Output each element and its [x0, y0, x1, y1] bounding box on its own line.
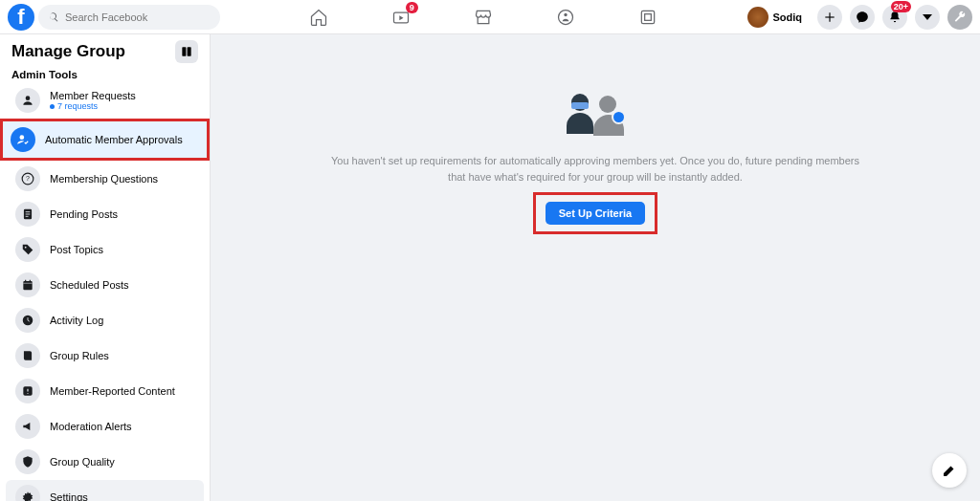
groups-icon [556, 8, 575, 27]
svg-rect-6 [188, 47, 191, 55]
search-icon [48, 11, 59, 23]
search-container[interactable] [38, 5, 220, 30]
create-button[interactable] [817, 5, 842, 30]
nav-watch[interactable]: 9 [388, 4, 414, 31]
body: Manage Group Admin Tools Member Requests… [0, 34, 980, 501]
question-icon: ? [15, 166, 40, 191]
clock-icon [15, 308, 40, 333]
nav-center: 9 [220, 4, 746, 31]
notifications-badge: 20+ [891, 1, 911, 12]
svg-point-8 [20, 135, 25, 140]
svg-point-2 [564, 12, 567, 15]
person-icon [15, 88, 40, 113]
sidebar-item-pending-posts[interactable]: Pending Posts [6, 197, 204, 231]
sidebar-item-membership-questions[interactable]: ? Membership Questions [6, 162, 204, 196]
book-icon [15, 343, 40, 368]
svg-rect-3 [641, 11, 654, 23]
plus-icon [823, 11, 836, 24]
document-icon [15, 202, 40, 227]
wrench-icon [953, 11, 967, 24]
sidebar-item-label: Settings [50, 491, 88, 501]
sidebar-item-activity-log[interactable]: Activity Log [6, 303, 204, 338]
compose-icon [941, 462, 958, 479]
nav-groups[interactable] [552, 4, 579, 31]
home-icon [309, 8, 328, 27]
sidebar-item-post-topics[interactable]: Post Topics [6, 232, 204, 267]
shield-icon [15, 449, 40, 474]
sidebar-item-label: Member-Reported Content [50, 385, 175, 397]
sidebar-item-automatic-approvals[interactable]: Automatic Member Approvals [0, 119, 210, 161]
sidebar-item-member-requests[interactable]: Member Requests 7 requests [6, 83, 204, 118]
megaphone-icon [15, 414, 40, 439]
top-navbar: f 9 Sodiq 20+ [0, 0, 980, 34]
sidebar-item-label: Group Rules [50, 350, 109, 361]
empty-state-illustration [567, 82, 624, 136]
svg-point-12 [25, 247, 27, 249]
profile-pill[interactable]: Sodiq [746, 5, 810, 30]
calendar-icon [15, 272, 40, 297]
wrench-button[interactable] [947, 5, 972, 30]
sidebar-item-label: Group Quality [50, 456, 115, 468]
sidebar-item-label: Automatic Member Approvals [45, 134, 183, 145]
gaming-icon [638, 8, 657, 27]
sidebar-item-label: Moderation Alerts [50, 421, 132, 432]
sidebar-item-group-quality[interactable]: Group Quality [6, 445, 204, 479]
svg-rect-13 [23, 281, 32, 290]
svg-text:?: ? [26, 175, 30, 182]
messenger-button[interactable] [850, 5, 875, 30]
person-check-icon [11, 127, 35, 152]
sidebar-item-scheduled-posts[interactable]: Scheduled Posts [6, 268, 204, 302]
sidebar-item-label: Pending Posts [50, 208, 118, 220]
account-menu[interactable] [915, 5, 940, 30]
notifications-button[interactable]: 20+ [882, 5, 907, 30]
sidebar: Manage Group Admin Tools Member Requests… [0, 34, 211, 501]
cta-highlight: Set Up Criteria [533, 192, 657, 234]
nav-home[interactable] [305, 4, 332, 31]
sidebar-item-label: Activity Log [50, 315, 103, 326]
chevron-down-icon [923, 14, 932, 20]
sidebar-item-label: Member Requests [50, 90, 136, 101]
alert-icon [15, 379, 40, 403]
set-up-criteria-button[interactable]: Set Up Criteria [546, 202, 645, 225]
empty-state-message: You haven't set up requirements for auto… [327, 153, 863, 185]
svg-point-7 [26, 96, 31, 100]
avatar [747, 7, 768, 28]
svg-rect-4 [644, 13, 651, 20]
facebook-logo[interactable]: f [8, 4, 34, 31]
watch-badge: 9 [406, 2, 418, 13]
marketplace-icon [474, 8, 493, 27]
sidebar-item-label: Post Topics [50, 244, 103, 255]
sidebar-item-reported-content[interactable]: Member-Reported Content [6, 374, 204, 408]
sidebar-title: Manage Group [11, 42, 125, 61]
main-content: You haven't set up requirements for auto… [211, 34, 980, 501]
profile-name: Sodiq [772, 11, 802, 23]
nav-marketplace[interactable] [470, 4, 497, 31]
sidebar-item-settings[interactable]: Settings [6, 480, 204, 501]
compose-button[interactable] [932, 453, 967, 488]
gear-icon [15, 485, 40, 501]
nav-right: Sodiq 20+ [746, 5, 972, 30]
sidebar-item-label: Scheduled Posts [50, 279, 129, 291]
tag-icon [15, 237, 40, 262]
bell-icon [888, 11, 902, 24]
svg-point-1 [558, 10, 572, 24]
sidebar-item-group-rules[interactable]: Group Rules [6, 338, 204, 373]
sidebar-item-moderation-alerts[interactable]: Moderation Alerts [6, 409, 204, 444]
section-admin-tools: Admin Tools [0, 65, 210, 82]
messenger-icon [856, 11, 869, 24]
group-icon [180, 45, 193, 58]
sidebar-item-sublabel: 7 requests [50, 101, 136, 111]
nav-gaming[interactable] [635, 4, 661, 31]
search-input[interactable] [65, 11, 211, 23]
svg-rect-5 [182, 47, 186, 55]
sidebar-item-label: Membership Questions [50, 173, 158, 185]
group-shortcut-button[interactable] [175, 40, 198, 63]
